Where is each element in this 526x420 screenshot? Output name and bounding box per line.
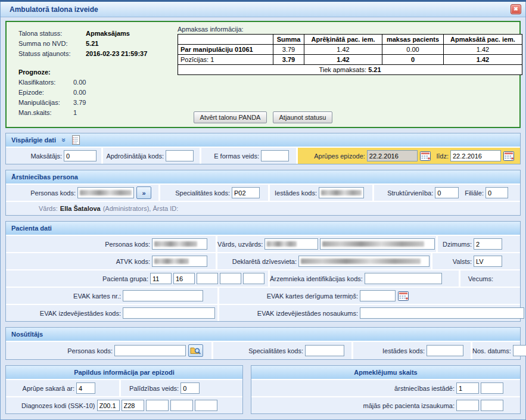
doctor-vards-suffix: (Administrators), Ārsta ID: (103, 205, 179, 212)
patient-country-input[interactable] (474, 256, 502, 267)
doctor-filiale-label: Filiāle: (465, 189, 484, 197)
table-row: Pozīcijas: 1 3.79 1.42 0 1.42 (178, 55, 522, 65)
patient-address-label: Deklarētā dzīvesvieta: (232, 258, 297, 265)
diagnosis-input-2[interactable] (122, 400, 144, 411)
notes-icon[interactable] (72, 135, 80, 145)
field-patient-personas: Personas kods: (6, 236, 216, 252)
patient-group-input-3[interactable] (197, 273, 218, 284)
patient-group-input-4[interactable] (220, 273, 241, 284)
status-row: Talona statuss: Apmaksājams (18, 29, 147, 39)
search-person-icon[interactable] (188, 344, 203, 357)
doctor-iestades-input[interactable] (319, 187, 364, 198)
visits-home-label: mājās pēc pacienta izsaukuma: (363, 402, 455, 409)
patient-personas-input[interactable] (152, 238, 207, 250)
evak-expiry-input[interactable] (360, 290, 396, 301)
section-visit-count: Apmeklējumu skaits ārstniecības iestādē:… (251, 365, 521, 414)
prognosis-label: Klasifikators: (18, 77, 73, 88)
form-row: EVAK kartes nr.: EVAK kartes derīguma te… (6, 287, 520, 304)
evak-expiry-label: EVAK kartes derīguma termiņš: (219, 293, 358, 300)
visits-facility-input-1[interactable] (456, 382, 479, 394)
visits-facility-input-2[interactable] (481, 382, 503, 394)
referral-date-input[interactable] (513, 345, 526, 356)
care-episode-to-input[interactable] (450, 150, 501, 161)
doctor-personas-input[interactable] (77, 187, 134, 198)
doctor-spec-input[interactable] (232, 187, 260, 198)
field-evak-issuer-name: EVAK izdevējiestādes nosaukums: (217, 305, 524, 321)
payment-row-name: Par manipulāciju 01061 (178, 45, 273, 55)
care-episode-from-input[interactable] (367, 150, 418, 161)
diagnosis-input-3[interactable] (146, 400, 169, 411)
expand-arrow-button[interactable]: » (136, 186, 151, 199)
dialog-titlebar[interactable]: Ambulatorā talona izveide ✖ (1, 2, 525, 17)
patient-personas-label: Personas kods: (105, 241, 150, 248)
patient-atvk-input[interactable] (152, 256, 207, 267)
foreigner-id-input[interactable] (365, 273, 442, 284)
payment-col-empty (178, 35, 273, 45)
close-icon[interactable]: ✖ (511, 4, 521, 14)
payment-cell: 0 (382, 55, 444, 65)
visits-home-input-2[interactable] (481, 400, 503, 411)
refresh-status-button[interactable]: Atjaunot statusu (273, 111, 333, 123)
field-patient-name: Vārds, uzvārds: (216, 236, 436, 252)
field-maksatajs: Maksātājs: (6, 148, 101, 164)
dialog-ambulatory-ticket: Ambulatorā talona izveide ✖ Talona statu… (0, 2, 526, 420)
maksatajs-label: Maksātājs: (30, 153, 62, 160)
open-panda-button[interactable]: Atvērt talonu PANDA (194, 111, 267, 123)
chevron-down-icon[interactable]: » (60, 138, 68, 142)
field-referral-date: Nos. datums: (471, 342, 526, 359)
prognosis-label: Manipulācijas: (18, 98, 73, 108)
payment-footer-row: Tiek apmaksats: 5.21 (178, 65, 522, 75)
referrer-iestades-label: Iestādes kods: (382, 347, 425, 354)
status-label: Summa no NVD: (18, 39, 86, 49)
prognosis-row: Epizode: 0.00 (18, 88, 147, 98)
patient-atvk-label: ATVK kods: (116, 258, 150, 265)
maksatajs-input[interactable] (64, 150, 97, 161)
diagnosis-input-5[interactable] (195, 400, 217, 411)
patient-group-input-5[interactable] (243, 273, 264, 284)
section-general-header[interactable]: Vispārīgie dati » (6, 133, 520, 147)
prognosis-label: Epizode: (18, 88, 73, 98)
evak-number-input[interactable] (123, 290, 203, 301)
diagnosis-input-1[interactable] (97, 400, 120, 411)
eformas-input[interactable] (261, 150, 289, 161)
field-doctor-spec: Specialitātes kods: (158, 185, 268, 201)
section-title: Apmeklējumu skaits (354, 369, 417, 376)
aid-type-input[interactable] (180, 382, 200, 394)
prognosis-row: Manipulācijas: 3.79 (18, 98, 147, 108)
evak-issuer-code-input[interactable] (123, 307, 215, 319)
calendar-icon[interactable] (503, 151, 515, 161)
patient-group-input-1[interactable] (150, 273, 172, 284)
referrer-iestades-input[interactable] (427, 345, 463, 356)
patient-name-label: Vārds, uzvārds: (217, 241, 263, 248)
section-referrer-header: Nosūtītājs (6, 328, 520, 341)
referrer-spec-input[interactable] (305, 345, 344, 356)
apdrosinataja-input[interactable] (166, 150, 194, 161)
patient-address-input[interactable] (298, 256, 429, 267)
field-evak-number: EVAK kartes nr.: (6, 288, 217, 304)
care-reason-label: Aprūpe sakarā ar: (23, 385, 74, 392)
payment-col-aprekinata: Aprēķinātā pac. iem. (304, 35, 382, 45)
payment-cell: 3.79 (273, 55, 304, 65)
evak-issuer-name-input[interactable] (360, 307, 524, 319)
redacted-value (322, 241, 424, 247)
redacted-value (301, 259, 421, 264)
patient-lastname-input[interactable] (320, 238, 435, 250)
status-label: Talona statuss: (18, 29, 86, 39)
diagnosis-input-4[interactable] (170, 400, 193, 411)
calendar-icon[interactable] (420, 151, 432, 161)
referrer-personas-input[interactable] (114, 345, 186, 356)
field-doctor-personas-kods: Personas kods: » (6, 185, 158, 201)
doctor-filiale-input[interactable] (485, 187, 508, 198)
payment-info: Apmaksas informācija: Summa Aprēķinātā p… (178, 26, 522, 75)
calendar-icon[interactable] (398, 291, 410, 301)
doctor-struktur-label: Struktūrvienība: (387, 189, 433, 197)
apdrosinataja-label: Apdrošinātāja kods: (106, 153, 164, 160)
patient-group-input-2[interactable] (173, 273, 195, 284)
visits-home-input-1[interactable] (456, 400, 479, 411)
status-value: 5.21 (86, 39, 98, 49)
patient-gender-input[interactable] (474, 238, 502, 250)
patient-firstname-input[interactable] (264, 238, 318, 250)
care-reason-input[interactable] (76, 382, 95, 394)
form-row: Personas kods: Specialitātes kods: Iestā… (6, 341, 520, 359)
doctor-struktur-input[interactable] (435, 187, 459, 198)
